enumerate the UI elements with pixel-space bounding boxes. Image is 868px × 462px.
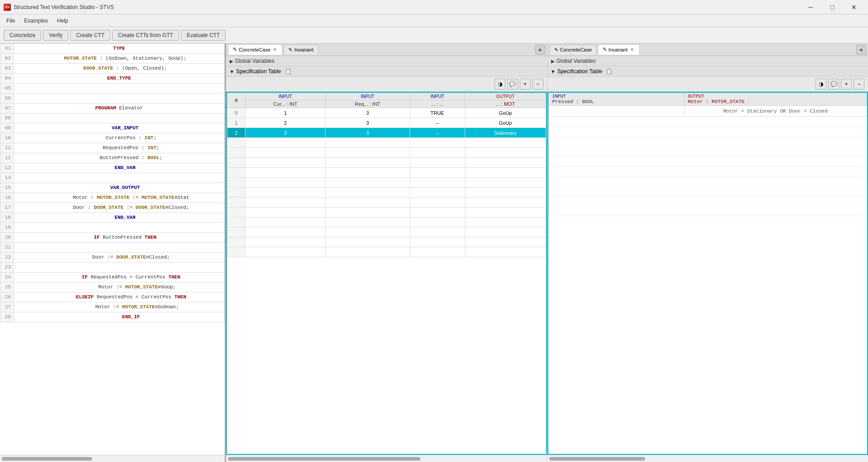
table-row-empty[interactable] — [227, 148, 546, 158]
line-content — [14, 173, 225, 183]
code-line: 02 MOTOR_STATE : (GoDown, Stationary, Go… — [0, 54, 225, 64]
table-row-empty[interactable] — [227, 217, 546, 227]
concretize-button[interactable]: Concretize — [4, 30, 41, 41]
line-number: 06 — [0, 94, 14, 104]
table-row-empty[interactable] — [227, 158, 546, 168]
line-number: 17 — [0, 203, 14, 213]
spec-toolbar-contrast-left[interactable]: ◑ — [495, 79, 505, 90]
invariant-table-container[interactable]: INPUT Pressed : BOOL OUTPUT Motor : MOTO… — [547, 92, 868, 455]
spec-table-scroll-left[interactable] — [226, 455, 547, 462]
line-number: 11 — [0, 143, 14, 153]
evaluate-ctt-button[interactable]: Evaluate CTT — [181, 30, 226, 41]
row-cur-pos[interactable]: 3 — [245, 128, 326, 138]
tab-invariant-left[interactable]: ✎ Invariant — [283, 45, 318, 55]
tab-concrete-case-left[interactable]: ✎ ConcreteCase ✕ — [228, 44, 283, 55]
global-variables-header-right[interactable]: ▶ Global Variables — [547, 56, 868, 66]
spec-toolbar-remove-right[interactable]: − — [854, 79, 864, 90]
spec-table-scroll-right[interactable] — [547, 455, 868, 462]
table-row-empty[interactable] — [227, 207, 546, 217]
table-row-empty[interactable] — [227, 178, 546, 188]
spec-table-container-left[interactable]: # INPUT INPUT INPUT OUTPUT Cur... : INT … — [226, 92, 547, 455]
table-row[interactable]: 2 3 3 – Stationary — [227, 128, 546, 138]
col-req-pos: Req... : INT — [326, 100, 410, 108]
line-number: 02 — [0, 54, 14, 64]
spec-table-header-left[interactable]: ▼ Specification Table 📋 — [226, 66, 547, 77]
spec-toolbar-remove-left[interactable]: − — [533, 79, 543, 90]
row-req-pos[interactable]: 3 — [326, 108, 410, 118]
table-row-empty[interactable] — [227, 138, 546, 148]
line-content: DOOR_STATE : (Open, Closed); — [14, 64, 225, 74]
table-row-empty[interactable] — [227, 227, 546, 237]
table-row-empty[interactable] — [227, 237, 546, 247]
menu-file[interactable]: File — [2, 16, 19, 26]
global-variables-label-left: Global Variables — [235, 58, 274, 64]
add-tab-left[interactable]: + — [535, 45, 545, 55]
add-tab-right[interactable]: + — [856, 45, 866, 55]
table-row[interactable]: 0 1 3 TRUE GoUp — [227, 108, 546, 118]
line-content: Motor := MOTOR_STATE#GoDown; — [14, 302, 225, 312]
right-panel: ✎ ConcreteCase ✎ Invariant ✕ + ▶ Global … — [547, 43, 868, 462]
invariant-input-var: Pressed : BOOL — [552, 99, 680, 104]
col-motor: ... : MOT — [465, 100, 546, 108]
right-tab-bar: ✎ ConcreteCase ✎ Invariant ✕ + — [547, 43, 868, 56]
concrete-case-tab-close[interactable]: ✕ — [272, 47, 278, 52]
close-button[interactable]: ✕ — [844, 0, 864, 14]
spec-table-section-left: ▼ Specification Table 📋 ◑ 💬 + − — [226, 66, 547, 462]
invariant-table: INPUT Pressed : BOOL OUTPUT Motor : MOTO… — [548, 93, 868, 216]
tab-invariant-right[interactable]: ✎ Invariant ✕ — [598, 44, 640, 55]
table-row[interactable]: 1 2 3 – GoUp — [227, 118, 546, 128]
row-button[interactable]: – — [410, 118, 465, 128]
global-variables-toggle-right: ▶ — [551, 59, 555, 64]
maximize-button[interactable]: □ — [822, 0, 843, 14]
spec-toolbar-contrast-right[interactable]: ◑ — [816, 79, 826, 90]
line-content: IF RequestedPos > CurrentPos THEN — [14, 273, 225, 283]
spec-table-header-right[interactable]: ▼ Specification Table 📋 — [547, 66, 868, 77]
create-ctt-button[interactable]: Create CTT — [70, 30, 110, 41]
code-scroll-x[interactable] — [0, 455, 225, 462]
spec-toolbar-comment-right[interactable]: 💬 — [828, 79, 839, 90]
row-motor[interactable]: GoUp — [465, 108, 546, 118]
code-editor[interactable]: 01TYPE02 MOTOR_STATE : (GoDown, Stationa… — [0, 43, 225, 455]
row-motor[interactable]: GoUp — [465, 118, 546, 128]
col-output-label: OUTPUT — [465, 93, 546, 100]
menu-bar: File Examples Help — [0, 14, 868, 27]
row-req-pos[interactable]: 3 — [326, 128, 410, 138]
line-content — [14, 94, 225, 104]
invariant-tab-close-right[interactable]: ✕ — [629, 47, 635, 52]
left-panel: ✎ ConcreteCase ✕ ✎ Invariant + ▶ Global … — [226, 43, 547, 462]
invariant-tab-icon-left: ✎ — [288, 47, 292, 53]
row-cur-pos[interactable]: 2 — [245, 118, 326, 128]
minimize-button[interactable]: ─ — [800, 0, 821, 14]
table-row-empty[interactable] — [227, 188, 546, 198]
title-bar-controls: ─ □ ✕ — [800, 0, 864, 14]
tab-concrete-case-right[interactable]: ✎ ConcreteCase — [549, 45, 597, 55]
spec-toolbar-add-right[interactable]: + — [841, 79, 852, 90]
row-req-pos[interactable]: 3 — [326, 118, 410, 128]
table-row-empty[interactable] — [227, 168, 546, 178]
global-variables-header-left[interactable]: ▶ Global Variables — [226, 56, 547, 66]
menu-help[interactable]: Help — [52, 16, 73, 26]
row-button[interactable]: TRUE — [410, 108, 465, 118]
code-line: 14 — [0, 173, 225, 183]
menu-examples[interactable]: Examples — [19, 16, 52, 26]
create-ctts-from-gtt-button[interactable]: Create CTTs from GTT — [112, 30, 179, 41]
row-cur-pos[interactable]: 1 — [245, 108, 326, 118]
spec-toolbar-add-left[interactable]: + — [520, 79, 531, 90]
code-line: 09 VAR_INPUT — [0, 123, 225, 133]
verify-button[interactable]: Verify — [43, 30, 68, 41]
code-line: 08 — [0, 113, 225, 123]
line-number: 19 — [0, 223, 14, 233]
line-number: 07 — [0, 104, 14, 113]
line-content: END_IF — [14, 312, 225, 322]
code-line: 07PROGRAM Elevator — [0, 104, 225, 113]
row-button[interactable]: – — [410, 128, 465, 138]
spec-table-icon-right: 📋 — [606, 68, 613, 75]
spec-toolbar-comment-left[interactable]: 💬 — [507, 79, 518, 90]
table-row-empty[interactable] — [227, 198, 546, 207]
table-row-empty[interactable] — [227, 247, 546, 257]
row-motor[interactable]: Stationary — [465, 128, 546, 138]
line-content: ELSEIF RequestedPos < CurrentPos THEN — [14, 292, 225, 302]
code-line: 27 Motor := MOTOR_STATE#GoDown; — [0, 302, 225, 312]
line-number: 15 — [0, 183, 14, 193]
line-content: END_TYPE — [14, 74, 225, 84]
